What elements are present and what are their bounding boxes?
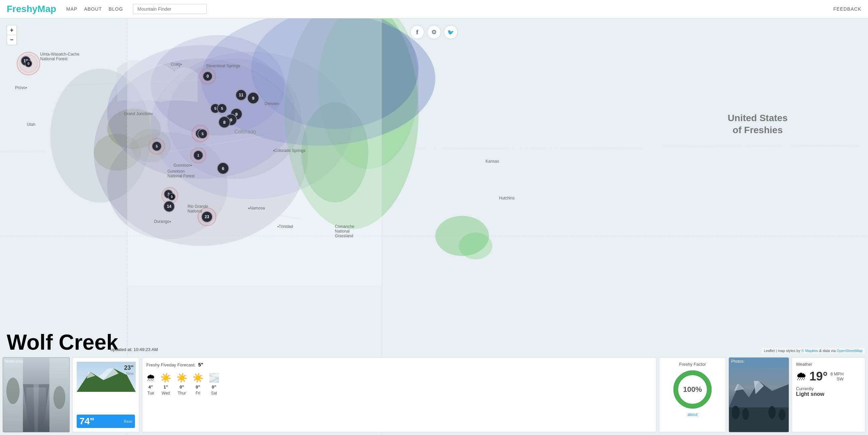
bottom-panel: Webcams [0, 355, 868, 435]
svg-point-31 [6, 378, 20, 404]
cluster-14[interactable]: 14 [163, 201, 175, 212]
mapbox-link[interactable]: © Mapbox [801, 349, 818, 353]
webcam-card[interactable]: Webcams [3, 357, 70, 432]
cluster-6[interactable]: 6 [217, 162, 229, 174]
forecast-total: 5" [198, 362, 203, 367]
cluster-8[interactable]: 8 [218, 116, 230, 128]
svg-point-48 [769, 406, 776, 419]
nav-about[interactable]: ABOUT [84, 6, 102, 12]
forecast-day-thur: ☀️ 0" Thur [177, 373, 187, 396]
svg-point-32 [53, 386, 65, 409]
cluster-18[interactable]: 18 0 [17, 52, 40, 75]
svg-point-47 [742, 408, 749, 420]
forecast-day-fri: ☀️ 0" Fri [192, 373, 203, 396]
sat-amount: 0" [212, 384, 216, 390]
map-attribution: Leaflet | map styles by © Mapbox & data … [762, 348, 865, 354]
weather-title: Weather [796, 362, 861, 367]
zoom-controls: + − [7, 25, 17, 45]
map-toolbar: f ⚙ 🐦 [410, 25, 458, 39]
webcam-label: Webcams [5, 359, 23, 364]
freshy-donut: 100% [673, 369, 713, 409]
weather-main: 🌨 19° 8 MPH SW [796, 369, 861, 383]
wind-dir: SW [830, 376, 843, 381]
facebook-button[interactable]: f [410, 25, 424, 39]
svg-marker-28 [33, 384, 39, 432]
fri-amount: 0" [195, 384, 200, 390]
fri-icon: ☀️ [192, 373, 203, 383]
settings-icon: ⚙ [431, 28, 437, 36]
wed-name: Wed [162, 391, 170, 396]
twitter-button[interactable]: 🐦 [444, 25, 458, 39]
freshy-percentage: 100% [683, 385, 702, 394]
settings-button[interactable]: ⚙ [427, 25, 441, 39]
zoom-out-button[interactable]: − [7, 35, 17, 45]
cluster-11[interactable]: 11 [236, 89, 247, 101]
weather-condition: Light snow [796, 391, 861, 397]
twitter-icon: 🐦 [447, 29, 454, 35]
tue-icon: 🌨 [146, 373, 155, 383]
forecast-day-tue: 🌨 4" Tue [146, 373, 155, 396]
photo-image [729, 358, 788, 432]
svg-point-49 [779, 409, 785, 421]
thur-icon: ☀️ [177, 373, 187, 383]
cluster-23[interactable]: 23 [197, 207, 216, 226]
map-label-us: United Statesof Freshies [728, 112, 787, 136]
snowfall-card: 23" New 74" Base [72, 357, 139, 432]
thur-name: Thur [178, 391, 186, 396]
photos-card[interactable]: Photos: [729, 357, 789, 432]
svg-marker-27 [23, 384, 49, 432]
logo-map: Map [37, 4, 56, 14]
svg-rect-25 [127, 19, 382, 286]
tue-amount: 4" [148, 384, 153, 390]
photos-label: Photos: [731, 359, 745, 364]
cluster-0-steamboat[interactable]: 0 [199, 68, 216, 85]
weather-icon: 🌨 [796, 370, 807, 383]
sat-icon: 🌫️ [209, 373, 219, 383]
tue-name: Tue [147, 391, 154, 396]
resort-name: Wolf Creek [0, 330, 125, 355]
wed-icon: ☀️ [160, 373, 171, 383]
nav-links: MAP ABOUT BLOG [66, 6, 123, 12]
weather-wind: 8 MPH SW [830, 371, 843, 381]
webcam-image [3, 358, 69, 432]
logo: FreshyMap [7, 4, 56, 14]
cluster-5e[interactable]: 5 [148, 138, 165, 155]
forecast-card: Freshy Fiveday Forecast: 5" 🌨 4" Tue ☀️ … [142, 357, 656, 432]
feedback-button[interactable]: FEEDBACK [834, 6, 861, 12]
nav-blog[interactable]: BLOG [108, 6, 123, 12]
wind-speed: 8 MPH [830, 371, 843, 376]
svg-point-46 [732, 406, 740, 419]
forecast-title: Freshy Fiveday Forecast: [146, 362, 195, 367]
cluster-5b[interactable]: 5 [217, 103, 227, 113]
forecast-days: 🌨 4" Tue ☀️ 1" Wed ☀️ 0" Thur [146, 373, 652, 396]
osm-link[interactable]: OpenStreetMap [837, 349, 863, 353]
weather-currently: Currently [796, 386, 861, 391]
search-input[interactable] [133, 4, 207, 14]
nav-map[interactable]: MAP [66, 6, 78, 12]
facebook-icon: f [416, 29, 418, 36]
cluster-5d[interactable]: 5 [197, 129, 208, 139]
info-cards: Webcams [0, 355, 868, 435]
freshy-title: Freshy Factor [679, 362, 706, 367]
new-snow: 23" New [124, 364, 134, 375]
weather-card: Weather 🌨 19° 8 MPH SW Currently Light s… [792, 357, 865, 432]
sat-name: Sat [211, 391, 217, 396]
cluster-9a[interactable]: 9 [247, 92, 259, 104]
svg-point-15 [459, 233, 492, 259]
wed-amount: 1" [163, 384, 168, 390]
freshy-factor-card: Freshy Factor 100% about [659, 357, 726, 432]
forecast-day-sat: 🌫️ 0" Sat [209, 373, 219, 396]
fri-name: Fri [195, 391, 200, 396]
base-snow: 74" Base [77, 414, 135, 428]
zoom-in-button[interactable]: + [7, 25, 17, 35]
logo-freshy: Freshy [7, 4, 37, 14]
header: FreshyMap MAP ABOUT BLOG FEEDBACK [0, 0, 868, 19]
weather-temp: 19° [809, 369, 828, 383]
freshy-about-link[interactable]: about [687, 412, 698, 417]
cluster-1[interactable]: 1 [190, 147, 206, 163]
updated-text: updated at: 10:49:23 AM [111, 347, 158, 352]
map-area[interactable]: f ⚙ 🐦 + − Utah Colorado Kansas Craig▪ St… [0, 19, 868, 435]
forecast-day-wed: ☀️ 1" Wed [160, 373, 171, 396]
thur-amount: 0" [180, 384, 184, 390]
